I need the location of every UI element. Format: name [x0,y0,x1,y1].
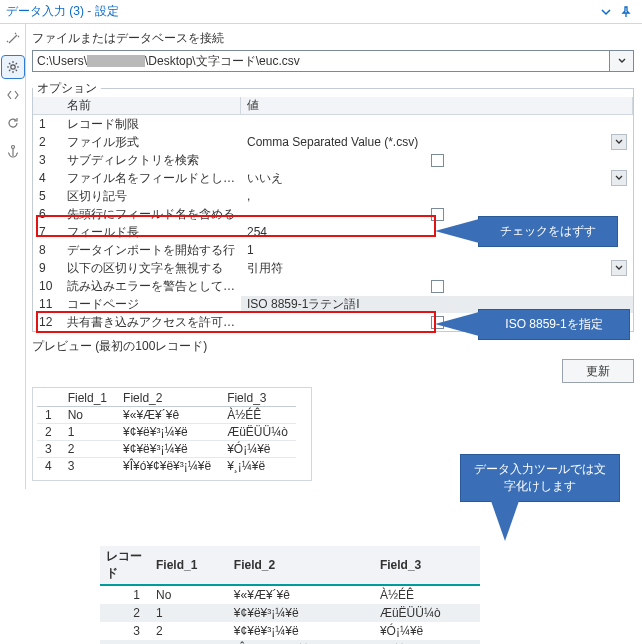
rail-code-icon[interactable] [2,84,24,106]
cell: 1 [37,407,60,424]
window-title: データ入力 (3) - 設定 [6,3,596,20]
cell: 1 [60,424,115,441]
row-index: 8 [33,243,61,257]
cell: 3 [60,458,115,475]
cell: 3 [150,640,228,644]
row-name: 共有書き込みアクセスを許可する [61,314,241,331]
chevron-down-icon[interactable] [611,134,627,150]
cell: 2 [60,441,115,458]
column-header: Field_1 [150,546,228,585]
cell: ¥Î¥ó¥¢¥ë¥³¡¼¥ë [228,640,374,644]
rail-anchor-icon[interactable] [2,140,24,162]
preview2-table: レコードField_1Field_2Field_3 1No¥«¥Æ¥´¥êÀ½É… [100,546,480,644]
options-fieldset: オプション 名前 値 1レコード制限2ファイル形式Comma Separated… [32,80,634,332]
column-header: レコード [100,546,150,585]
table-row: 32¥¢¥ë¥³¡¼¥ë¥Ó¡¼¥ë [37,441,296,458]
dropdown-text: 引用符 [247,260,611,277]
path-input[interactable]: C:\Users\ \Desktop\文字コード\euc.csv [32,50,610,72]
row-value[interactable] [241,154,633,167]
cell: 1 [100,585,150,604]
cell: ¥«¥Æ¥´¥ê [228,585,374,604]
path-dropdown-button[interactable] [610,50,634,72]
table-row: 21¥¢¥ë¥³¡¼¥ëÆüËÜÜ¼ò [100,604,480,622]
cell: 1 [150,604,228,622]
cell: ¥¢¥ë¥³¡¼¥ë [115,424,219,441]
row-index: 4 [33,171,61,185]
chevron-down-icon[interactable] [611,260,627,276]
path-prefix: C:\Users\ [37,54,87,68]
row-value[interactable]: 引用符 [241,260,633,277]
update-button[interactable]: 更新 [562,359,634,383]
row-name: フィールド長 [61,224,241,241]
preview-label: プレビュー (最初の100レコード) [32,338,634,355]
row-index: 3 [33,153,61,167]
cell: ¥¸¡¼¥ë [219,458,296,475]
row-index: 6 [33,207,61,221]
row-value[interactable]: Comma Separated Value (*.csv) [241,134,633,150]
row-index: 9 [33,261,61,275]
cell: 3 [37,441,60,458]
cell: À½ÉÊ [219,407,296,424]
cell: ¥¢¥ë¥³¡¼¥ë [228,604,374,622]
row-name: ファイル形式 [61,134,241,151]
pin-icon[interactable] [616,2,636,22]
cell: ¥«¥Æ¥´¥ê [115,407,219,424]
column-header: Field_3 [219,390,296,407]
cell: À½ÉÊ [374,585,480,604]
rail-gear-icon[interactable] [2,56,24,78]
option-row: 4ファイル名をフィールドとして出力するいいえ [33,169,633,187]
rail-wand-icon[interactable] [2,28,24,50]
dropdown-text: いいえ [247,170,611,187]
rail-refresh-icon[interactable] [2,112,24,134]
table-row: 1No¥«¥Æ¥´¥êÀ½ÉÊ [100,585,480,604]
cell: 4 [37,458,60,475]
cell: ¥¢¥ë¥³¡¼¥ë [228,622,374,640]
svg-point-1 [11,146,14,149]
row-index: 10 [33,279,61,293]
cell: ¥Ó¡¼¥ë [374,622,480,640]
row-name: 読み込みエラーを警告として扱う [61,278,241,295]
row-value[interactable]: , [241,189,633,203]
option-row: 3サブディレクトリを検索 [33,151,633,169]
table-row: 21¥¢¥ë¥³¡¼¥ëÆüËÜÜ¼ò [37,424,296,441]
cell: ¥Î¥ó¥¢¥ë¥³¡¼¥ë [115,458,219,475]
option-row: 9以下の区切り文字を無視する引用符 [33,259,633,277]
row-name: サブディレクトリを検索 [61,152,241,169]
option-row: 5区切り記号, [33,187,633,205]
row-name: コードページ [61,296,241,313]
row-index: 12 [33,315,61,329]
option-row: 1レコード制限 [33,115,633,133]
callout-iso: ISO 8859-1を指定 [478,309,630,340]
checkbox[interactable] [431,280,444,293]
column-header: Field_2 [228,546,374,585]
table-row: 1No¥«¥Æ¥´¥êÀ½ÉÊ [37,407,296,424]
option-row: 10読み込みエラーを警告として扱う [33,277,633,295]
column-header: Field_1 [60,390,115,407]
cell: ¥Ó¡¼¥ë [219,441,296,458]
cell: No [60,407,115,424]
row-index: 7 [33,225,61,239]
row-name: 区切り記号 [61,188,241,205]
row-value[interactable]: いいえ [241,170,633,187]
row-index: 11 [33,297,61,311]
chevron-down-icon[interactable] [611,170,627,186]
cell: 2 [37,424,60,441]
path-suffix: \Desktop\文字コード\euc.csv [145,53,300,70]
row-name: 先頭行にフィールド名を含める [61,206,241,223]
row-index: 2 [33,135,61,149]
row-index: 1 [33,117,61,131]
dropdown-icon[interactable] [596,2,616,22]
side-rail [0,24,26,489]
cell: No [150,585,228,604]
column-header [37,390,60,407]
callout-garbled: データ入力ツールでは文字化けします [460,454,620,502]
row-name: 以下の区切り文字を無視する [61,260,241,277]
cell: 4 [100,640,150,644]
col-header-name: 名前 [61,97,241,114]
row-name: レコード制限 [61,116,241,133]
options-legend: オプション [33,80,101,97]
row-value[interactable] [241,280,633,293]
option-row: 2ファイル形式Comma Separated Value (*.csv) [33,133,633,151]
table-row: 32¥¢¥ë¥³¡¼¥ë¥Ó¡¼¥ë [100,622,480,640]
checkbox[interactable] [431,154,444,167]
